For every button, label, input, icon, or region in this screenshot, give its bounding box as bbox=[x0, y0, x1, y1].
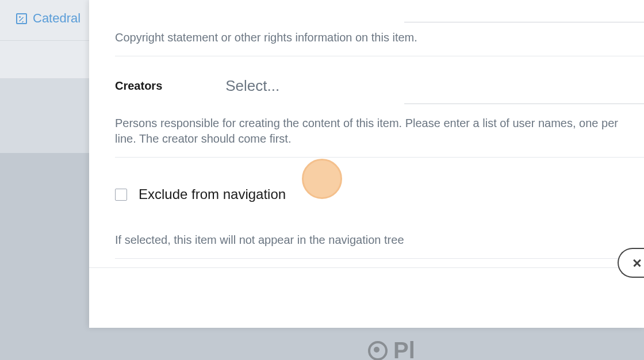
creators-label: Creators bbox=[115, 79, 162, 93]
copyright-input-underline[interactable] bbox=[404, 22, 644, 22]
modal-footer-divider bbox=[89, 267, 644, 268]
creators-help-text: Persons responsible for creating the con… bbox=[115, 116, 644, 147]
exclude-checkbox[interactable] bbox=[115, 189, 127, 201]
sidebar-item-label: Catedral bbox=[33, 11, 80, 26]
field-divider bbox=[115, 258, 644, 259]
exclude-label: Exclude from navigation bbox=[139, 186, 286, 202]
background-header: Catedral bbox=[0, 0, 89, 41]
creators-input-underline[interactable] bbox=[404, 104, 644, 104]
edit-modal: Copyright statement or other rights info… bbox=[89, 0, 644, 328]
field-divider bbox=[115, 56, 644, 56]
exclude-from-navigation-row[interactable]: Exclude from navigation bbox=[115, 186, 644, 202]
copyright-help-text: Copyright statement or other rights info… bbox=[115, 0, 644, 45]
cursor-highlight bbox=[302, 159, 342, 199]
plone-logo-text: Pl bbox=[393, 338, 415, 360]
image-icon bbox=[16, 13, 27, 24]
close-button[interactable] bbox=[618, 248, 644, 278]
exclude-help-text: If selected, this item will not appear i… bbox=[115, 232, 644, 248]
plone-logo-icon bbox=[368, 341, 388, 361]
field-divider bbox=[115, 157, 644, 158]
background-toolbar-strip bbox=[0, 41, 89, 78]
sidebar-item-catedral[interactable]: Catedral bbox=[16, 11, 80, 26]
footer-logo: Pl bbox=[368, 338, 415, 360]
creators-select[interactable]: Select... bbox=[225, 77, 279, 95]
background-panel bbox=[0, 78, 89, 153]
